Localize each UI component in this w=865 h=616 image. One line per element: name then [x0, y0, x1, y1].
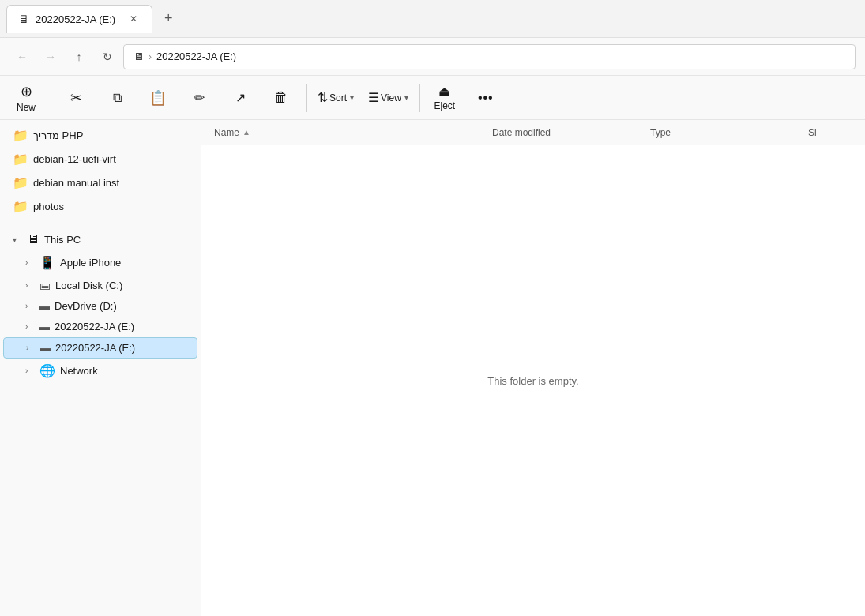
column-date-modified[interactable]: Date modified: [492, 127, 650, 138]
column-name-label: Name: [214, 127, 239, 138]
view-icon: ☰: [368, 90, 379, 105]
new-icon: ⊕: [21, 83, 32, 100]
sidebar-item-label: DevDrive (D:): [55, 300, 117, 312]
refresh-button[interactable]: ↻: [95, 44, 120, 69]
sidebar-item-label: 20220522-JA (E:): [55, 342, 135, 354]
rename-button[interactable]: ✏: [179, 79, 219, 117]
ja-e2-icon: ▬: [40, 342, 51, 354]
view-chevron-icon: ▾: [404, 93, 408, 102]
back-button[interactable]: ←: [9, 44, 35, 69]
cut-icon: ✂: [70, 89, 82, 107]
sidebar-item-label: debian manual inst: [33, 177, 119, 189]
local-c-chevron-icon: ›: [25, 281, 35, 290]
sidebar-item-this-pc[interactable]: ▾ 🖥 This PC: [3, 228, 197, 250]
up-button[interactable]: ↑: [66, 44, 92, 69]
folder-icon: 📁: [13, 128, 28, 143]
this-pc-chevron-icon: ▾: [13, 235, 22, 244]
column-type-label: Type: [650, 127, 671, 138]
eject-button[interactable]: ⏏ Eject: [425, 79, 464, 117]
navigation-bar: ← → ↑ ↻ 🖥 › 20220522-JA (E:): [0, 38, 865, 76]
address-bar[interactable]: 🖥 › 20220522-JA (E:): [123, 44, 856, 69]
cut-button[interactable]: ✂: [56, 79, 96, 117]
sidebar-item-ja-e-1[interactable]: › ▬ 20220522-JA (E:): [3, 317, 197, 336]
paste-button[interactable]: 📋: [138, 79, 178, 117]
sidebar: 📁 מדריך PHP 📁 debian-12-uefi-virt 📁 debi…: [0, 120, 201, 616]
new-button[interactable]: ⊕ New: [6, 79, 46, 117]
ja-e2-chevron-icon: ›: [26, 344, 36, 352]
empty-message-text: This folder is empty.: [487, 375, 578, 387]
sort-icon: ⇅: [318, 90, 328, 105]
copy-button[interactable]: ⧉: [97, 79, 137, 117]
column-size[interactable]: Si: [808, 127, 859, 138]
view-label: View: [381, 92, 401, 103]
iphone-icon: 📱: [39, 255, 55, 270]
paste-icon: 📋: [149, 89, 167, 107]
delete-button[interactable]: 🗑: [261, 79, 301, 117]
share-icon: ↗: [235, 90, 246, 105]
column-header: Name ▲ Date modified Type Si: [201, 120, 865, 145]
more-icon: •••: [478, 91, 494, 105]
sort-chevron-icon: ▾: [350, 93, 354, 102]
eject-icon: ⏏: [438, 84, 450, 99]
column-date-label: Date modified: [492, 127, 551, 138]
sidebar-item-local-c[interactable]: › 🖴 Local Disk (C:): [3, 275, 197, 295]
sort-arrow-icon: ▲: [243, 128, 250, 137]
rename-icon: ✏: [194, 90, 205, 105]
sidebar-item-label: 20220522-JA (E:): [55, 321, 134, 332]
new-tab-button[interactable]: +: [156, 6, 181, 32]
eject-label: Eject: [434, 100, 455, 111]
sidebar-item-photos[interactable]: 📁 photos: [3, 195, 197, 218]
toolbar-separator-3: [419, 84, 420, 112]
sidebar-item-debian-uefi[interactable]: 📁 debian-12-uefi-virt: [3, 148, 197, 171]
tab-label: 20220522-JA (E:): [36, 13, 115, 25]
network-chevron-icon: ›: [25, 366, 35, 375]
address-path: 20220522-JA (E:): [156, 51, 236, 62]
new-label: New: [17, 102, 36, 113]
sidebar-item-network[interactable]: › 🌐 Network: [3, 359, 197, 382]
column-type[interactable]: Type: [650, 127, 808, 138]
tab-computer-icon: 🖥: [18, 13, 29, 25]
delete-icon: 🗑: [274, 89, 288, 106]
sidebar-item-devdrive-d[interactable]: › ▬ DevDrive (D:): [3, 296, 197, 316]
sidebar-item-label: debian-12-uefi-virt: [33, 153, 116, 165]
sidebar-item-ja-e-2[interactable]: › ▬ 20220522-JA (E:): [3, 337, 197, 359]
devdrive-chevron-icon: ›: [25, 302, 35, 310]
iphone-chevron-icon: ›: [25, 258, 35, 267]
sort-button[interactable]: ⇅ Sort ▾: [311, 79, 360, 117]
sidebar-item-label: Local Disk (C:): [55, 280, 122, 291]
sidebar-item-label: Network: [60, 365, 98, 377]
sidebar-item-iphone[interactable]: › 📱 Apple iPhone: [3, 251, 197, 274]
tab-close-button[interactable]: ✕: [126, 12, 141, 26]
forward-button[interactable]: →: [38, 44, 63, 69]
column-size-label: Si: [808, 127, 817, 138]
empty-folder-message: This folder is empty.: [201, 145, 865, 616]
sidebar-divider: [9, 223, 191, 223]
sidebar-item-debian-manual[interactable]: 📁 debian manual inst: [3, 171, 197, 194]
toolbar: ⊕ New ✂ ⧉ 📋 ✏ ↗ 🗑 ⇅ Sort ▾ ☰ View ▾ ⏏ Ej…: [0, 76, 865, 120]
more-button[interactable]: •••: [466, 79, 506, 117]
column-name[interactable]: Name ▲: [208, 127, 492, 138]
sidebar-item-label: מדריך PHP: [33, 130, 83, 141]
sidebar-item-label: Apple iPhone: [60, 257, 121, 269]
ja-e1-icon: ▬: [39, 321, 50, 332]
local-disk-icon: 🖴: [39, 279, 51, 291]
folder-icon: 📁: [13, 175, 28, 190]
sidebar-item-label: photos: [33, 201, 64, 212]
view-button[interactable]: ☰ View ▾: [362, 79, 415, 117]
toolbar-separator-1: [51, 84, 51, 112]
network-icon: 🌐: [39, 363, 55, 378]
copy-icon: ⧉: [113, 91, 122, 105]
content-area: Name ▲ Date modified Type Si This folder…: [201, 120, 865, 616]
folder-icon: 📁: [13, 152, 28, 167]
sidebar-item-label: This PC: [44, 234, 81, 246]
address-computer-icon: 🖥: [134, 51, 144, 62]
sort-label: Sort: [329, 92, 347, 103]
main-layout: 📁 מדריך PHP 📁 debian-12-uefi-virt 📁 debi…: [0, 120, 865, 616]
this-pc-icon: 🖥: [27, 232, 39, 246]
devdrive-icon: ▬: [39, 300, 50, 312]
share-button[interactable]: ↗: [220, 79, 260, 117]
folder-icon: 📁: [13, 199, 28, 214]
sidebar-item-php[interactable]: 📁 מדריך PHP: [3, 124, 197, 147]
active-tab[interactable]: 🖥 20220522-JA (E:) ✕: [6, 5, 152, 33]
title-bar: 🖥 20220522-JA (E:) ✕ +: [0, 0, 865, 38]
